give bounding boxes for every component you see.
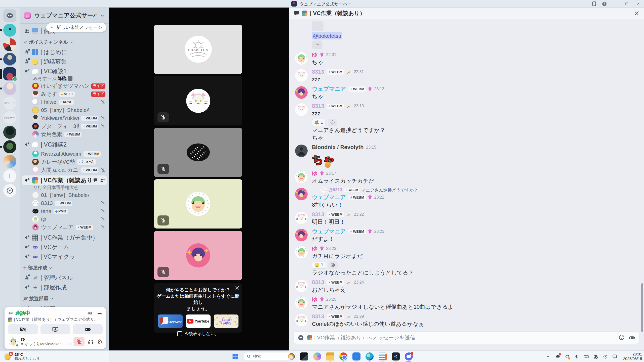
- message-avatar-catgirl[interactable]: [295, 69, 308, 82]
- custom-emoji-box[interactable]: [312, 21, 324, 31]
- voice-member-けいず@サツマハン[interactable]: けいず@サツマハンライブ: [22, 82, 107, 90]
- voice-member-Rivarzal Aluwqim[interactable]: Rivarzal Aluwqim⚡WEBM: [22, 150, 107, 158]
- message-author[interactable]: 8313: [312, 69, 324, 75]
- close-button[interactable]: ×: [632, 0, 644, 8]
- activity-button[interactable]: [73, 324, 103, 334]
- voice-member-カレー@VC勢[interactable]: カレー@VC勢◗にゃ~ん: [22, 158, 107, 166]
- taskbar-app-chrome[interactable]: [338, 351, 348, 361]
- voice-member-8313[interactable]: 8313⚡WEBM: [22, 199, 107, 207]
- taskbar-app-discord[interactable]: [404, 351, 414, 361]
- message-avatar-yu[interactable]: [295, 52, 308, 65]
- tray-cast-volume-icon[interactable]: [612, 353, 618, 360]
- rail-discord-home[interactable]: [3, 9, 16, 22]
- dont-show-again[interactable]: 今後表示しない。: [156, 331, 240, 337]
- message-author[interactable]: ゆ: [312, 245, 318, 252]
- category-部屋作成[interactable]: +部屋作成: [22, 263, 107, 273]
- voice-member-! falwe[interactable]: ! falwe†ARSL: [22, 98, 107, 106]
- server-header[interactable]: ⌂ ウェブマニア公式サーバー: [20, 8, 109, 24]
- rail-server-initials-1[interactable]: のサーバ: [3, 97, 16, 110]
- rail-server-webmania[interactable]: [3, 67, 16, 80]
- tile-shabelea[interactable]: [154, 25, 242, 74]
- taskbar-app-explorer[interactable]: [325, 351, 335, 361]
- device-link-button[interactable]: [589, 0, 599, 8]
- add-reaction-button[interactable]: [328, 261, 338, 269]
- message-author[interactable]: 8313: [312, 279, 324, 286]
- channel-部屋作成[interactable]: +| 部屋作成: [22, 283, 107, 292]
- message-author[interactable]: 8313: [312, 103, 324, 109]
- message-avatar-yu[interactable]: [295, 170, 308, 184]
- start-button[interactable]: [230, 351, 240, 361]
- tile-tana[interactable]: [154, 128, 242, 177]
- channel-寝室[interactable]: Zz| 寝室: [22, 304, 107, 307]
- checkbox[interactable]: [177, 331, 182, 336]
- channel-管理パネル[interactable]: #| 管理パネル: [22, 273, 107, 283]
- rail-server-initials-2[interactable]: のサーバ: [3, 111, 16, 124]
- voice-member-ゆ[interactable]: ゆ: [22, 215, 107, 223]
- add-reaction-button[interactable]: [328, 119, 337, 126]
- message-author[interactable]: ゆ: [312, 170, 318, 177]
- rail-server-bright[interactable]: [3, 155, 16, 168]
- message-avatar-catgirl[interactable]: [295, 211, 308, 224]
- chat-close-icon[interactable]: [634, 11, 639, 16]
- rail-server-shades[interactable]: [3, 126, 16, 139]
- activity-card-Letter League[interactable]: LetterLeague: [214, 314, 238, 328]
- message-avatar-catgirl[interactable]: [295, 103, 308, 116]
- message-avatar-mania[interactable]: [295, 86, 308, 99]
- gift-activity-icon[interactable]: [629, 334, 635, 341]
- category-放置部屋[interactable]: 放置部屋: [22, 294, 107, 304]
- maximize-button[interactable]: □: [621, 0, 632, 8]
- category-ボイスチャンネル[interactable]: ボイスチャンネル: [22, 37, 107, 47]
- deafen-button[interactable]: [88, 338, 94, 345]
- message-avatar-blood[interactable]: [295, 144, 308, 157]
- rail-explore-servers[interactable]: [3, 184, 16, 197]
- tray-touch-keyboard-icon[interactable]: [583, 353, 589, 360]
- reaction-grin-face[interactable]: 1: [312, 261, 326, 269]
- disconnect-call-button[interactable]: [97, 310, 103, 316]
- tray-show-hidden-icons[interactable]: [545, 353, 551, 360]
- voice-member-食用色素[interactable]: 食用色素⚡WEBM: [22, 130, 107, 138]
- taskbar-app-スニップ app[interactable]: [299, 351, 309, 361]
- noise-suppression-icon[interactable]: [87, 310, 93, 316]
- voice-member-05［!shy］ShabeleA[interactable]: 05［!shy］ShabeleA: [22, 106, 107, 114]
- message-avatar-catgirl[interactable]: [295, 279, 308, 292]
- message-author[interactable]: ウェブマニア: [312, 194, 346, 201]
- channel-VCマイクラ[interactable]: | VCマイクラ: [22, 252, 107, 261]
- minimize-button[interactable]: –: [609, 0, 621, 8]
- rail-server-girl[interactable]: [3, 82, 16, 95]
- mic-mute-button[interactable]: [73, 337, 85, 346]
- channel-はじめに[interactable]: #| はじめに: [22, 47, 107, 57]
- channel-VCゲーム[interactable]: | VCゲーム: [22, 242, 107, 252]
- taskbar-app-copilot[interactable]: [312, 351, 322, 361]
- settings-gear-button[interactable]: ⚙: [97, 339, 103, 345]
- new-unread-pill[interactable]: 新しい未読メッセージ: [46, 23, 106, 32]
- voice-member-人間 a.k.a. カニたま[interactable]: 人間 a.k.a. カニたま⚡WEBM: [22, 166, 107, 174]
- channel-通話募集[interactable]: #| 通話募集: [22, 57, 107, 66]
- help-button[interactable]: ?: [599, 0, 609, 8]
- message-author[interactable]: ウェブマニア: [312, 228, 346, 235]
- taskbar-app-microsoft-store[interactable]: [351, 351, 361, 361]
- voice-member-01［!shw］ShabeleA[interactable]: 01［!shw］ShabeleA: [22, 191, 107, 199]
- tray-mic-icon[interactable]: [574, 353, 580, 360]
- camera-button[interactable]: [8, 324, 38, 334]
- sticker-cha[interactable]: ちゃ: [312, 152, 336, 168]
- custom-emoji-box[interactable]: ^^: [312, 40, 323, 49]
- attach-plus-icon[interactable]: [298, 334, 304, 341]
- taskbar-app-edge[interactable]: [365, 351, 375, 361]
- taskbar-search[interactable]: 検索: [243, 352, 296, 361]
- channel-VC雑談1[interactable]: | VC雑談1: [22, 66, 107, 76]
- message-avatar-catgirl[interactable]: [295, 313, 308, 327]
- rail-server-dark[interactable]: [3, 140, 16, 153]
- reply-context[interactable]: @8313 ⚡WEBM マニアさん進捗どうですか？: [312, 187, 638, 193]
- voice-member-ブターフィー3世[interactable]: ブターフィー3世⚡WEBM: [22, 122, 107, 130]
- message-author[interactable]: ゆ: [312, 296, 318, 303]
- tray-security-icon[interactable]: [555, 353, 561, 360]
- voice-member-Yukiwara/Yukiwara[interactable]: Yukiwara/Yukiwara⚡WEBM: [22, 114, 107, 122]
- emoji-picker-icon[interactable]: [619, 334, 625, 340]
- activity-card-YouTube[interactable]: YouTube: [186, 314, 211, 328]
- message-input[interactable]: | VC作業（雑談あり）へメッセージを送信: [293, 331, 639, 344]
- user-avatar[interactable]: [8, 336, 19, 347]
- message-author[interactable]: ゆ: [312, 51, 318, 59]
- tile-webmania[interactable]: [154, 231, 242, 280]
- taskbar-clock[interactable]: 23:31 2025/08/15: [622, 352, 642, 361]
- taskbar-app-code app[interactable]: <: [391, 351, 401, 361]
